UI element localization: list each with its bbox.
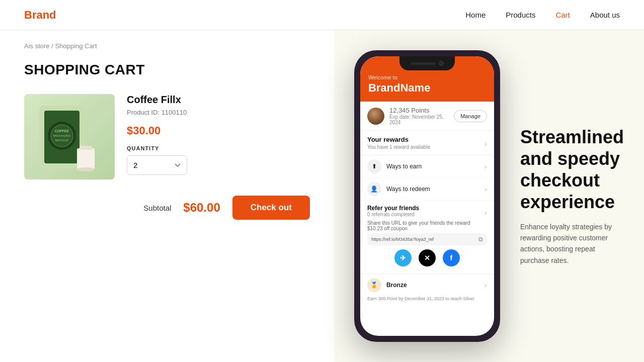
rewards-row[interactable]: Your rewards You have 1 reward available… bbox=[367, 136, 487, 152]
nav-about[interactable]: About us bbox=[590, 11, 620, 19]
rewards-title: Your rewards bbox=[367, 136, 430, 143]
breadcrumb-store: Ais store bbox=[24, 42, 50, 50]
promo-content: Streamlined and speedy checkout experien… bbox=[520, 126, 624, 266]
breadcrumb-separator: / bbox=[51, 42, 53, 50]
product-img-placeholder: COFFEE PACKAGING MOCKUP bbox=[24, 94, 115, 179]
subtotal-amount: $60.00 bbox=[183, 201, 220, 215]
rewards-sub: You have 1 reward available bbox=[367, 144, 430, 150]
share-text: Share this URL to give your friends the … bbox=[367, 220, 487, 231]
user-avatar bbox=[367, 108, 384, 125]
cart-footer: Subtotal $60.00 Check out bbox=[24, 196, 310, 220]
earn-chevron-icon: › bbox=[485, 162, 487, 170]
nav-cart[interactable]: Cart bbox=[555, 11, 570, 19]
main-content: Ais store / Shopping Cart SHOPPING CART … bbox=[0, 30, 644, 362]
phone-notch bbox=[399, 56, 455, 70]
refer-chevron-icon: › bbox=[485, 209, 487, 217]
social-share-row: ✈ ✕ f bbox=[367, 249, 487, 266]
breadcrumb-page: Shopping Cart bbox=[55, 42, 97, 50]
tier-label: Bronze bbox=[386, 282, 479, 289]
brand-logo[interactable]: Brand bbox=[24, 9, 56, 22]
svg-text:PACKAGING: PACKAGING bbox=[53, 134, 71, 137]
quantity-select[interactable]: 2 1 3 4 5 bbox=[127, 155, 187, 175]
copy-icon[interactable]: ⧉ bbox=[478, 236, 483, 243]
svg-text:COFFEE: COFFEE bbox=[55, 129, 69, 133]
promo-title: Streamlined and speedy checkout experien… bbox=[520, 126, 624, 213]
product-illustration: COFFEE PACKAGING MOCKUP bbox=[29, 98, 110, 176]
product-price: $30.00 bbox=[127, 124, 310, 137]
checkout-button[interactable]: Check out bbox=[232, 196, 310, 220]
points-info: 12,345 Points Exp date: November 25, 202… bbox=[389, 107, 449, 125]
referral-url-row: https://ref.io/M3435a?loya3_ref ⧉ bbox=[367, 233, 487, 245]
ways-to-earn-item[interactable]: ⬆ Ways to earn › bbox=[360, 155, 494, 178]
earn-icon: ⬆ bbox=[367, 159, 381, 173]
svg-point-9 bbox=[76, 167, 95, 171]
promo-description: Enhance loyalty strategies by rewarding … bbox=[520, 221, 624, 266]
right-panel: Welcome to BrandName 12,345 Poi bbox=[334, 30, 644, 362]
phone-brand-name: BrandName bbox=[368, 81, 486, 95]
product-image: COFFEE PACKAGING MOCKUP bbox=[24, 94, 115, 179]
refer-title: Refer your friends bbox=[367, 205, 419, 212]
telegram-share-button[interactable]: ✈ bbox=[394, 249, 412, 266]
phone-screen: Welcome to BrandName 12,345 Poi bbox=[360, 56, 494, 336]
refer-header-row: Refer your friends 0 referrals completed… bbox=[367, 205, 487, 220]
exp-date: Exp date: November 25, 2024 bbox=[389, 114, 449, 125]
svg-rect-7 bbox=[77, 148, 95, 169]
tier-chevron-icon: › bbox=[485, 281, 487, 289]
main-nav: Home Products Cart About us bbox=[465, 11, 620, 19]
svg-text:MOCKUP: MOCKUP bbox=[55, 139, 68, 142]
rewards-info: Your rewards You have 1 reward available bbox=[367, 136, 430, 152]
product-name: Coffee Fillx bbox=[127, 94, 310, 106]
rewards-section: Your rewards You have 1 reward available… bbox=[360, 131, 494, 155]
redeem-chevron-icon: › bbox=[485, 185, 487, 193]
left-panel: Ais store / Shopping Cart SHOPPING CART … bbox=[0, 30, 334, 362]
phone-outer: Welcome to BrandName 12,345 Poi bbox=[354, 50, 500, 342]
header: Brand Home Products Cart About us bbox=[0, 0, 644, 30]
breadcrumb: Ais store / Shopping Cart bbox=[24, 42, 310, 50]
page-title: SHOPPING CART bbox=[24, 62, 310, 78]
product-id: Product ID: 1100110 bbox=[127, 109, 310, 116]
phone-welcome-text: Welcome to bbox=[368, 74, 486, 80]
x-icon: ✕ bbox=[424, 254, 430, 262]
referral-url-text: https://ref.io/M3435a?loya3_ref bbox=[371, 237, 475, 242]
redeem-label: Ways to redeem bbox=[386, 186, 479, 193]
facebook-share-button[interactable]: f bbox=[443, 249, 460, 266]
nav-products[interactable]: Products bbox=[506, 11, 535, 19]
manage-button[interactable]: Manage bbox=[454, 110, 487, 122]
refer-sub: 0 referrals completed bbox=[367, 212, 419, 217]
phone-screen-container: Welcome to BrandName 12,345 Poi bbox=[360, 56, 494, 336]
x-share-button[interactable]: ✕ bbox=[419, 249, 436, 266]
tier-icon: 🏅 bbox=[367, 278, 381, 292]
product-details: Coffee Fillx Product ID: 1100110 $30.00 … bbox=[127, 94, 310, 175]
points-row: 12,345 Points Exp date: November 25, 202… bbox=[360, 102, 494, 131]
ways-to-redeem-item[interactable]: 👤 Ways to redeem › bbox=[360, 178, 494, 201]
points-label: Points bbox=[411, 107, 429, 114]
refer-info: Refer your friends 0 referrals completed bbox=[367, 205, 419, 220]
quantity-label: QUANTITY bbox=[127, 145, 310, 151]
facebook-icon: f bbox=[450, 254, 453, 262]
notch-camera bbox=[439, 61, 444, 66]
subtotal-label: Subtotal bbox=[143, 204, 171, 212]
product-row: COFFEE PACKAGING MOCKUP Coffee Fillx Pro… bbox=[24, 94, 310, 179]
earn-label: Ways to earn bbox=[386, 163, 479, 170]
points-value: 12,345 Points bbox=[389, 107, 449, 114]
nav-home[interactable]: Home bbox=[465, 11, 486, 19]
redeem-icon: 👤 bbox=[367, 182, 381, 196]
tier-sub: Earn 300 Point by December 31, 2023 to r… bbox=[360, 296, 494, 304]
avatar-image bbox=[367, 108, 384, 125]
telegram-icon: ✈ bbox=[400, 254, 406, 262]
tier-row[interactable]: 🏅 Bronze › bbox=[360, 274, 494, 296]
refer-section: Refer your friends 0 referrals completed… bbox=[360, 201, 494, 274]
phone-mockup: Welcome to BrandName 12,345 Poi bbox=[354, 50, 500, 342]
notch-speaker bbox=[411, 62, 436, 65]
points-number: 12,345 bbox=[389, 107, 410, 114]
rewards-chevron-icon: › bbox=[485, 140, 487, 148]
svg-rect-8 bbox=[79, 146, 92, 150]
